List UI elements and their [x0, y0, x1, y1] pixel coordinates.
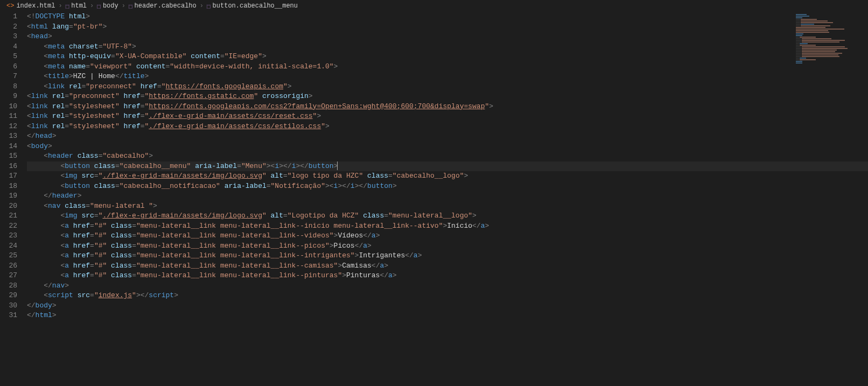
- code-line[interactable]: <img src="./flex-e-grid-main/assets/img/…: [27, 211, 868, 221]
- code-line[interactable]: <link rel="preconnect" href="https://fon…: [27, 82, 868, 92]
- code-line[interactable]: <a href="#" class="menu-lateral__link me…: [27, 231, 868, 241]
- code-line[interactable]: </header>: [27, 191, 868, 201]
- line-number: 10: [0, 102, 17, 112]
- line-number: 24: [0, 241, 17, 251]
- html-file-icon: <>: [6, 2, 14, 10]
- line-number: 5: [0, 52, 17, 62]
- code-area[interactable]: <!DOCTYPE html> <html lang="pt-br"> <hea…: [27, 12, 868, 386]
- text-cursor: [337, 162, 338, 170]
- chevron-right-icon: ›: [122, 2, 125, 10]
- code-line[interactable]: </nav>: [27, 281, 868, 291]
- line-number: 21: [0, 211, 17, 221]
- code-line[interactable]: <script src="index.js"></script>: [27, 291, 868, 301]
- breadcrumb-label: body: [103, 2, 118, 10]
- line-number: 13: [0, 131, 17, 142]
- symbol-icon: ⬚: [129, 3, 132, 10]
- line-number: 4: [0, 42, 17, 52]
- line-number: 20: [0, 201, 17, 212]
- code-line[interactable]: <nav class="menu-lateral ">: [27, 201, 868, 212]
- line-number: 26: [0, 261, 17, 271]
- code-line[interactable]: <button class="cabecalho__notificacao" a…: [27, 181, 868, 192]
- code-line[interactable]: <a href="#" class="menu-lateral__link me…: [27, 241, 868, 251]
- line-number: 1: [0, 12, 17, 22]
- chevron-right-icon: ›: [200, 2, 204, 10]
- breadcrumb-item[interactable]: ⬚ body: [97, 2, 118, 10]
- breadcrumb-label: index.html: [16, 2, 55, 10]
- code-line[interactable]: <a href="#" class="menu-lateral__link me…: [27, 251, 868, 261]
- minimap[interactable]: [796, 14, 860, 57]
- line-number: 27: [0, 271, 17, 281]
- code-line[interactable]: <img src="./flex-e-grid-main/assets/img/…: [27, 171, 868, 181]
- code-line[interactable]: <meta name="viewport" content="width=dev…: [27, 62, 868, 72]
- line-number: 3: [0, 32, 17, 42]
- breadcrumb-label: button.cabecalho__menu: [213, 2, 298, 10]
- code-line[interactable]: <title>HZC | Home</title>: [27, 72, 868, 82]
- line-number-gutter: 1 2 3 4 5 6 7 8 9 10 11 12 13 14 15 16 1…: [0, 12, 27, 386]
- chevron-right-icon: ›: [90, 2, 94, 10]
- line-number: 12: [0, 122, 17, 132]
- line-number: 11: [0, 111, 17, 122]
- line-number: 19: [0, 191, 17, 201]
- breadcrumb-label: html: [71, 2, 87, 10]
- code-line[interactable]: <header class="cabecalho">: [27, 151, 868, 162]
- code-editor[interactable]: 1 2 3 4 5 6 7 8 9 10 11 12 13 14 15 16 1…: [0, 12, 868, 386]
- code-line[interactable]: <body>: [27, 142, 868, 152]
- line-number: 18: [0, 181, 17, 192]
- line-number: 9: [0, 92, 17, 102]
- symbol-icon: ⬚: [207, 3, 211, 10]
- line-number: 15: [0, 151, 17, 162]
- line-number: 7: [0, 72, 17, 82]
- code-line[interactable]: <a href="#" class="menu-lateral__link me…: [27, 221, 868, 231]
- breadcrumb-item[interactable]: ⬚ button.cabecalho__menu: [207, 2, 298, 10]
- code-line[interactable]: <link rel="stylesheet" href="./flex-e-gr…: [27, 111, 868, 122]
- breadcrumb-label: header.cabecalho: [135, 2, 197, 10]
- code-line[interactable]: <meta charset="UTF-8">: [27, 42, 868, 52]
- chevron-right-icon: ›: [58, 2, 62, 10]
- breadcrumb-item[interactable]: <> index.html: [6, 2, 55, 10]
- line-number: 6: [0, 62, 17, 72]
- code-line[interactable]: <link rel="preconnect" href="https://fon…: [27, 92, 868, 102]
- code-line[interactable]: <a href="#" class="menu-lateral__link me…: [27, 261, 868, 271]
- symbol-icon: ⬚: [66, 3, 69, 10]
- code-line[interactable]: <meta http-equiv="X-UA-Compatible" conte…: [27, 52, 868, 62]
- code-line[interactable]: <html lang="pt-br">: [27, 22, 868, 32]
- line-number: 29: [0, 291, 17, 301]
- line-number: 31: [0, 311, 17, 321]
- breadcrumb: <> index.html › ⬚ html › ⬚ body › ⬚ head…: [0, 0, 868, 12]
- code-line[interactable]: <!DOCTYPE html>: [27, 12, 868, 22]
- line-number: 16: [0, 162, 17, 172]
- breadcrumb-item[interactable]: ⬚ html: [66, 2, 87, 10]
- code-line[interactable]: <link rel="stylesheet" href="https://fon…: [27, 102, 868, 112]
- line-number: 2: [0, 22, 17, 32]
- code-line-current[interactable]: <button class="cabecalho__menu" aria-lab…: [27, 162, 868, 172]
- line-number: 23: [0, 231, 17, 241]
- code-line[interactable]: </html>: [27, 311, 868, 321]
- line-number: 22: [0, 221, 17, 231]
- line-number: 17: [0, 171, 17, 181]
- line-number: 30: [0, 301, 17, 311]
- code-line[interactable]: <link rel="stylesheet" href="./flex-e-gr…: [27, 122, 868, 132]
- code-line[interactable]: </body>: [27, 301, 868, 311]
- line-number: 8: [0, 82, 17, 92]
- code-line[interactable]: <a href="#" class="menu-lateral__link me…: [27, 271, 868, 281]
- symbol-icon: ⬚: [97, 3, 101, 10]
- breadcrumb-item[interactable]: ⬚ header.cabecalho: [129, 2, 197, 10]
- line-number: 14: [0, 142, 17, 152]
- code-line[interactable]: <head>: [27, 32, 868, 42]
- code-line[interactable]: </head>: [27, 131, 868, 142]
- line-number: 25: [0, 251, 17, 261]
- line-number: 28: [0, 281, 17, 291]
